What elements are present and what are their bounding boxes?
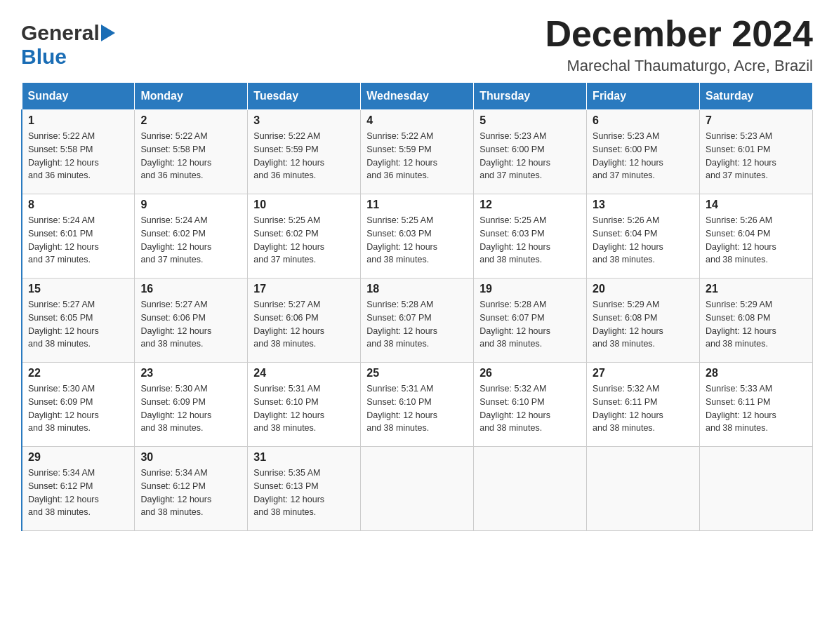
calendar-cell: 26 Sunrise: 5:32 AMSunset: 6:10 PMDaylig… [474,363,587,447]
day-info: Sunrise: 5:26 AMSunset: 6:04 PMDaylight:… [593,215,663,264]
weekday-header-friday: Friday [587,83,700,110]
day-info: Sunrise: 5:22 AMSunset: 5:59 PMDaylight:… [366,131,437,180]
day-info: Sunrise: 5:24 AMSunset: 6:02 PMDaylight:… [140,215,211,264]
day-number: 2 [140,114,241,127]
calendar-cell: 15 Sunrise: 5:27 AMSunset: 6:05 PMDaylig… [22,279,135,363]
logo-general-text: General [21,21,100,45]
day-info: Sunrise: 5:28 AMSunset: 6:07 PMDaylight:… [366,300,437,349]
day-info: Sunrise: 5:30 AMSunset: 6:09 PMDaylight:… [28,384,99,433]
day-info: Sunrise: 5:32 AMSunset: 6:10 PMDaylight:… [479,384,550,433]
day-number: 26 [479,367,581,380]
day-number: 29 [28,451,128,464]
calendar-cell: 21 Sunrise: 5:29 AMSunset: 6:08 PMDaylig… [700,279,813,363]
page-header: General Blue December 2024 Marechal Thau… [21,14,813,75]
calendar-week-1: 1 Sunrise: 5:22 AMSunset: 5:58 PMDayligh… [22,110,813,194]
day-number: 5 [479,114,581,127]
weekday-header-row: SundayMondayTuesdayWednesdayThursdayFrid… [22,83,813,110]
calendar-cell: 14 Sunrise: 5:26 AMSunset: 6:04 PMDaylig… [700,194,813,279]
day-number: 16 [140,283,241,295]
calendar-cell: 13 Sunrise: 5:26 AMSunset: 6:04 PMDaylig… [587,194,700,279]
calendar-cell: 30 Sunrise: 5:34 AMSunset: 6:12 PMDaylig… [135,447,248,531]
calendar-cell: 25 Sunrise: 5:31 AMSunset: 6:10 PMDaylig… [361,363,474,447]
calendar-cell: 8 Sunrise: 5:24 AMSunset: 6:01 PMDayligh… [22,194,135,279]
day-number: 17 [253,283,355,295]
day-info: Sunrise: 5:23 AMSunset: 6:01 PMDaylight:… [706,131,776,180]
day-number: 28 [706,367,807,380]
calendar-week-2: 8 Sunrise: 5:24 AMSunset: 6:01 PMDayligh… [22,194,813,279]
day-info: Sunrise: 5:23 AMSunset: 6:00 PMDaylight:… [479,131,550,180]
calendar-cell: 10 Sunrise: 5:25 AMSunset: 6:02 PMDaylig… [248,194,361,279]
day-info: Sunrise: 5:31 AMSunset: 6:10 PMDaylight:… [366,384,437,433]
calendar-cell: 19 Sunrise: 5:28 AMSunset: 6:07 PMDaylig… [474,279,587,363]
calendar-cell: 1 Sunrise: 5:22 AMSunset: 5:58 PMDayligh… [22,110,135,194]
weekday-header-monday: Monday [135,83,248,110]
day-number: 7 [706,114,807,127]
day-info: Sunrise: 5:23 AMSunset: 6:00 PMDaylight:… [593,131,663,180]
day-info: Sunrise: 5:25 AMSunset: 6:03 PMDaylight:… [479,215,550,264]
day-info: Sunrise: 5:29 AMSunset: 6:08 PMDaylight:… [593,300,663,349]
calendar-cell: 5 Sunrise: 5:23 AMSunset: 6:00 PMDayligh… [474,110,587,194]
day-number: 15 [28,283,128,295]
calendar-cell: 4 Sunrise: 5:22 AMSunset: 5:59 PMDayligh… [361,110,474,194]
logo-blue-text: Blue [21,45,67,68]
calendar-cell [700,447,813,531]
weekday-header-tuesday: Tuesday [248,83,361,110]
day-number: 21 [706,283,807,295]
calendar-cell: 3 Sunrise: 5:22 AMSunset: 5:59 PMDayligh… [248,110,361,194]
day-number: 22 [28,367,128,380]
day-number: 14 [706,199,807,211]
day-number: 12 [479,199,581,211]
day-info: Sunrise: 5:33 AMSunset: 6:11 PMDaylight:… [706,384,776,433]
calendar-week-3: 15 Sunrise: 5:27 AMSunset: 6:05 PMDaylig… [22,279,813,363]
weekday-header-wednesday: Wednesday [361,83,474,110]
day-number: 30 [140,451,241,464]
day-info: Sunrise: 5:22 AMSunset: 5:58 PMDaylight:… [28,131,99,180]
day-info: Sunrise: 5:22 AMSunset: 5:58 PMDaylight:… [140,131,211,180]
day-number: 9 [140,199,241,211]
day-number: 10 [253,199,355,211]
day-info: Sunrise: 5:27 AMSunset: 6:06 PMDaylight:… [253,300,324,349]
calendar-cell [361,447,474,531]
day-info: Sunrise: 5:24 AMSunset: 6:01 PMDaylight:… [28,215,99,264]
calendar-cell: 12 Sunrise: 5:25 AMSunset: 6:03 PMDaylig… [474,194,587,279]
calendar-cell: 2 Sunrise: 5:22 AMSunset: 5:58 PMDayligh… [135,110,248,194]
day-number: 8 [28,199,128,211]
calendar-cell: 18 Sunrise: 5:28 AMSunset: 6:07 PMDaylig… [361,279,474,363]
weekday-header-saturday: Saturday [700,83,813,110]
calendar-cell: 31 Sunrise: 5:35 AMSunset: 6:13 PMDaylig… [248,447,361,531]
day-number: 4 [366,114,468,127]
day-number: 11 [366,199,468,211]
calendar-cell: 16 Sunrise: 5:27 AMSunset: 6:06 PMDaylig… [135,279,248,363]
day-number: 23 [140,367,241,380]
month-title: December 2024 [545,14,813,54]
logo-arrow-icon [101,25,115,41]
calendar-cell: 11 Sunrise: 5:25 AMSunset: 6:03 PMDaylig… [361,194,474,279]
calendar-cell: 28 Sunrise: 5:33 AMSunset: 6:11 PMDaylig… [700,363,813,447]
day-info: Sunrise: 5:32 AMSunset: 6:11 PMDaylight:… [593,384,663,433]
day-number: 31 [253,451,355,464]
calendar-table: SundayMondayTuesdayWednesdayThursdayFrid… [21,82,813,531]
calendar-cell: 7 Sunrise: 5:23 AMSunset: 6:01 PMDayligh… [700,110,813,194]
calendar-cell: 9 Sunrise: 5:24 AMSunset: 6:02 PMDayligh… [135,194,248,279]
weekday-header-thursday: Thursday [474,83,587,110]
day-info: Sunrise: 5:30 AMSunset: 6:09 PMDaylight:… [140,384,211,433]
day-number: 27 [593,367,694,380]
calendar-cell: 20 Sunrise: 5:29 AMSunset: 6:08 PMDaylig… [587,279,700,363]
day-number: 19 [479,283,581,295]
day-info: Sunrise: 5:25 AMSunset: 6:02 PMDaylight:… [253,215,324,264]
day-number: 20 [593,283,694,295]
day-info: Sunrise: 5:34 AMSunset: 6:12 PMDaylight:… [28,468,99,517]
calendar-week-4: 22 Sunrise: 5:30 AMSunset: 6:09 PMDaylig… [22,363,813,447]
day-number: 24 [253,367,355,380]
day-info: Sunrise: 5:27 AMSunset: 6:06 PMDaylight:… [140,300,211,349]
weekday-header-sunday: Sunday [22,83,135,110]
day-info: Sunrise: 5:22 AMSunset: 5:59 PMDaylight:… [253,131,324,180]
calendar-cell: 29 Sunrise: 5:34 AMSunset: 6:12 PMDaylig… [22,447,135,531]
day-info: Sunrise: 5:29 AMSunset: 6:08 PMDaylight:… [706,300,776,349]
calendar-cell: 6 Sunrise: 5:23 AMSunset: 6:00 PMDayligh… [587,110,700,194]
day-info: Sunrise: 5:28 AMSunset: 6:07 PMDaylight:… [479,300,550,349]
calendar-cell: 24 Sunrise: 5:31 AMSunset: 6:10 PMDaylig… [248,363,361,447]
calendar-cell [474,447,587,531]
day-info: Sunrise: 5:34 AMSunset: 6:12 PMDaylight:… [140,468,211,517]
calendar-week-5: 29 Sunrise: 5:34 AMSunset: 6:12 PMDaylig… [22,447,813,531]
